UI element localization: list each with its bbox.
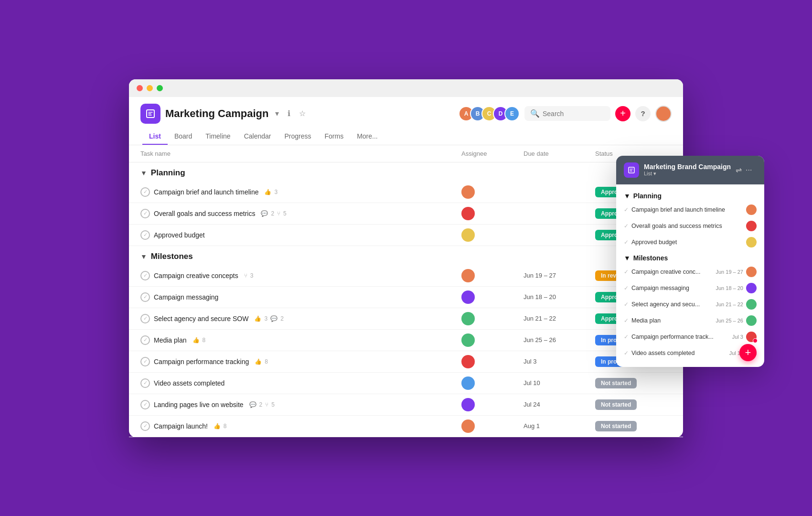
main-content: Task name Assignee Due date Status ▼ Pla… (129, 145, 683, 437)
task-name-cell: ✓ Media plan 👍 8 (140, 335, 461, 345)
assignee-cell (461, 398, 524, 411)
table-header: Task name Assignee Due date Status (129, 145, 683, 162)
overlay-task-name: Overall goals and success metrics (631, 223, 722, 229)
task-name: Campaign creative concepts (154, 272, 238, 280)
overlay-actions: ⇌ ··· (736, 165, 752, 174)
due-date-cell: Jul 10 (524, 379, 595, 387)
section-planning[interactable]: ▼ Planning (129, 162, 683, 182)
overlay-filter-button[interactable]: ⇌ (736, 165, 742, 174)
table-row[interactable]: ✓ Overall goals and success metrics 💬 2 … (129, 203, 683, 225)
table-row[interactable]: ✓ Campaign performance tracking 👍 8 Jul … (129, 351, 683, 373)
task-name: Campaign launch! (154, 422, 208, 430)
assignee-avatar (461, 290, 475, 304)
task-meta: 👍 3 (264, 189, 278, 195)
overlay-task-name: Media plan (631, 317, 661, 324)
subtask-count: 5 (271, 401, 275, 408)
table-row[interactable]: ✓ Select agency and secure SOW 👍 3 💬 2 J… (129, 308, 683, 330)
tab-calendar[interactable]: Calendar (237, 129, 278, 145)
maximize-button[interactable] (157, 85, 163, 91)
assignee-cell (461, 419, 524, 433)
assignee-cell (461, 333, 524, 347)
app-header: Marketing Campaign ▾ ℹ ☆ A B C D E 🔍 + (129, 97, 683, 145)
check-icon: ✓ (140, 230, 150, 240)
overlay-task-name: Campaign creative conc... (631, 269, 701, 275)
subtask-count: 3 (250, 272, 254, 279)
task-name: Campaign performance tracking (154, 358, 249, 366)
tab-list[interactable]: List (142, 129, 168, 145)
task-meta: 👍 8 (214, 423, 227, 430)
title-bar (129, 79, 683, 97)
list-item[interactable]: ✓ Approved budget (616, 234, 764, 250)
project-dropdown-button[interactable]: ▾ (273, 107, 281, 120)
tab-more[interactable]: More... (350, 129, 385, 145)
task-name-cell: ✓ Landing pages live on website 💬 2 ⑂ 5 (140, 400, 461, 409)
user-avatar[interactable] (655, 106, 672, 122)
assignee-avatar (461, 312, 475, 325)
overlay-panel: Marketing Brand Campaign List ▾ ⇌ ··· ▼ … (616, 156, 764, 367)
assignee-avatar (461, 185, 475, 199)
like-icon: 👍 (192, 337, 200, 344)
tab-forms[interactable]: Forms (318, 129, 351, 145)
list-item[interactable]: ✓ Campaign brief and launch timeline (616, 202, 764, 218)
table-row[interactable]: ✓ Approved budget Approved (129, 225, 683, 246)
overlay-section-milestones[interactable]: ▼ Milestones (616, 250, 764, 264)
overlay-more-button[interactable]: ··· (746, 166, 752, 174)
like-icon: 👍 (214, 423, 221, 430)
check-icon: ✓ (140, 187, 150, 197)
list-item[interactable]: ✓ Campaign messaging Jun 18 – 20 (616, 280, 764, 296)
assignee-cell (461, 290, 524, 304)
like-icon: 👍 (255, 358, 262, 365)
app-icon (140, 104, 160, 124)
add-button[interactable]: + (615, 106, 630, 121)
overlay-task-name: Campaign performance track... (631, 333, 714, 340)
check-icon: ✓ (140, 292, 150, 302)
like-count: 3 (264, 315, 267, 322)
list-item[interactable]: ✓ Select agency and secu... Jun 21 – 22 (616, 296, 764, 312)
search-bar[interactable]: 🔍 (524, 106, 610, 121)
overlay-check-icon: ✓ (624, 301, 629, 308)
overlay-chevron-milestones: ▼ (624, 254, 630, 262)
table-row[interactable]: ✓ Campaign brief and launch timeline 👍 3… (129, 182, 683, 203)
tab-timeline[interactable]: Timeline (199, 129, 237, 145)
section-milestones[interactable]: ▼ Milestones (129, 246, 683, 265)
help-button[interactable]: ? (635, 106, 651, 121)
task-name: Media plan (154, 336, 187, 344)
task-name-cell: ✓ Campaign launch! 👍 8 (140, 421, 461, 431)
check-icon: ✓ (140, 209, 150, 218)
info-button[interactable]: ℹ (286, 107, 292, 120)
close-button[interactable] (137, 85, 143, 91)
table-row[interactable]: ✓ Campaign launch! 👍 8 Aug 1 Not started (129, 416, 683, 437)
overlay-section-planning[interactable]: ▼ Planning (616, 188, 764, 202)
star-button[interactable]: ☆ (297, 107, 308, 120)
table-row[interactable]: ✓ Media plan 👍 8 Jun 25 – 26 In progress (129, 330, 683, 351)
overlay-check-icon: ✓ (624, 269, 629, 275)
assignee-cell (461, 269, 524, 282)
table-row[interactable]: ✓ Campaign messaging Jun 18 – 20 Approve… (129, 287, 683, 308)
minimize-button[interactable] (147, 85, 153, 91)
subtask-count: 5 (283, 210, 287, 217)
overlay-task-name: Approved budget (631, 239, 677, 246)
comment-count: 2 (280, 315, 284, 322)
comment-count: 2 (271, 210, 274, 217)
table-row[interactable]: ✓ Campaign creative concepts ⑂ 3 Jun 19 … (129, 265, 683, 287)
task-name: Campaign messaging (154, 293, 218, 301)
table-row[interactable]: ✓ Landing pages live on website 💬 2 ⑂ 5 … (129, 394, 683, 416)
list-item[interactable]: ✓ Campaign creative conc... Jun 19 – 27 (616, 264, 764, 280)
tab-board[interactable]: Board (168, 129, 199, 145)
table-row[interactable]: ✓ Video assets completed Jul 10 Not star… (129, 373, 683, 394)
search-icon: 🔍 (530, 109, 540, 118)
comment-icon: 💬 (270, 315, 278, 322)
assignee-cell (461, 312, 524, 325)
overlay-fab-button[interactable]: + (739, 344, 757, 361)
search-input[interactable] (543, 110, 605, 118)
overlay-chevron-planning: ▼ (624, 192, 630, 200)
list-item[interactable]: ✓ Media plan Jun 25 – 26 (616, 312, 764, 329)
overlay-date: Jun 19 – 27 (716, 269, 744, 275)
list-item[interactable]: ✓ Campaign performance track... Jul 3 (616, 329, 764, 345)
list-item[interactable]: ✓ Overall goals and success metrics (616, 218, 764, 234)
overlay-section-planning-label: Planning (633, 192, 662, 200)
tab-progress[interactable]: Progress (278, 129, 318, 145)
check-icon: ✓ (140, 335, 150, 345)
overlay-check-icon: ✓ (624, 239, 629, 246)
overlay-date: Jul 3 (732, 334, 743, 340)
